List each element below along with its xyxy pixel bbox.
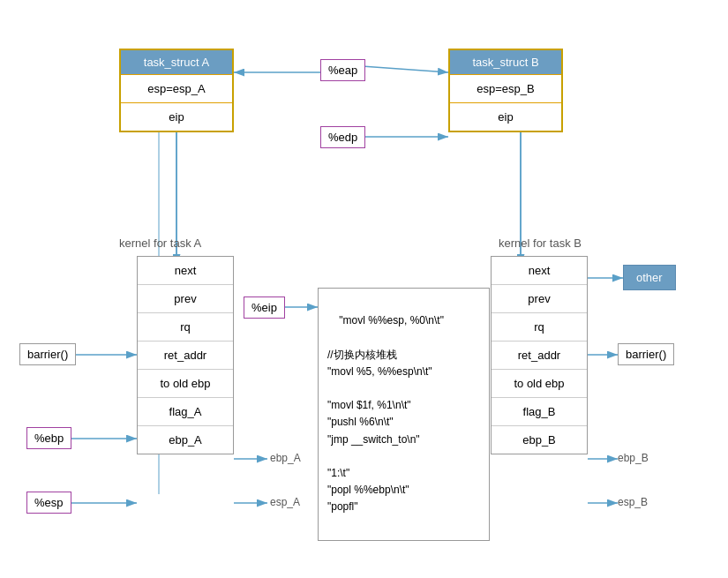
stack-a-prev: prev bbox=[138, 285, 233, 313]
eip-label: %eip bbox=[244, 297, 285, 319]
stack-b-prev: prev bbox=[492, 285, 587, 313]
stack-b-ebp: ebp_B bbox=[492, 426, 587, 454]
stack-a-ebp: ebp_A bbox=[138, 426, 233, 454]
svg-line-3 bbox=[362, 66, 448, 72]
esp-label: %esp bbox=[26, 492, 71, 514]
code-content: "movl %%esp, %0\n\t" //切换内核堆栈 "movl %5, … bbox=[327, 314, 444, 513]
stack-b: next prev rq ret_addr to old ebp flag_B … bbox=[491, 256, 588, 454]
task-struct-b-esp: esp=esp_B bbox=[450, 74, 561, 102]
kernel-b-label: kernel for task B bbox=[499, 236, 582, 250]
stack-a-ret-addr: ret_addr bbox=[138, 342, 233, 370]
stack-b-rq: rq bbox=[492, 313, 587, 342]
stack-b-next: next bbox=[492, 257, 587, 285]
diagram: task_struct A esp=esp_A eip task_struct … bbox=[0, 0, 728, 578]
ebp-a-annot: ebp_A bbox=[270, 452, 301, 464]
barrier-b: barrier() bbox=[618, 343, 674, 365]
stack-b-to-old-ebp: to old ebp bbox=[492, 370, 587, 398]
task-struct-a-header: task_struct A bbox=[121, 50, 232, 74]
stack-b-flag: flag_B bbox=[492, 398, 587, 426]
task-struct-b: task_struct B esp=esp_B eip bbox=[448, 49, 563, 132]
task-struct-b-eip: eip bbox=[450, 102, 561, 131]
stack-a-next: next bbox=[138, 257, 233, 285]
task-struct-a: task_struct A esp=esp_A eip bbox=[119, 49, 234, 132]
ebp-label: %ebp bbox=[26, 427, 71, 449]
eap-label: %eap bbox=[320, 59, 365, 81]
barrier-a: barrier() bbox=[19, 343, 76, 365]
task-struct-a-eip: eip bbox=[121, 102, 232, 131]
other-box: other bbox=[623, 265, 676, 290]
edp-label: %edp bbox=[320, 126, 365, 148]
kernel-a-label: kernel for task A bbox=[119, 236, 201, 250]
stack-a-flag: flag_A bbox=[138, 398, 233, 426]
code-box: "movl %%esp, %0\n\t" //切换内核堆栈 "movl %5, … bbox=[318, 288, 490, 541]
esp-b-annot: esp_B bbox=[618, 496, 648, 508]
stack-a: next prev rq ret_addr to old ebp flag_A … bbox=[137, 256, 234, 454]
task-struct-b-header: task_struct B bbox=[450, 50, 561, 74]
esp-a-annot: esp_A bbox=[270, 496, 300, 508]
ebp-b-annot: ebp_B bbox=[618, 452, 649, 464]
stack-a-to-old-ebp: to old ebp bbox=[138, 370, 233, 398]
task-struct-a-esp: esp=esp_A bbox=[121, 74, 232, 102]
stack-a-rq: rq bbox=[138, 313, 233, 342]
stack-b-ret-addr: ret_addr bbox=[492, 342, 587, 370]
